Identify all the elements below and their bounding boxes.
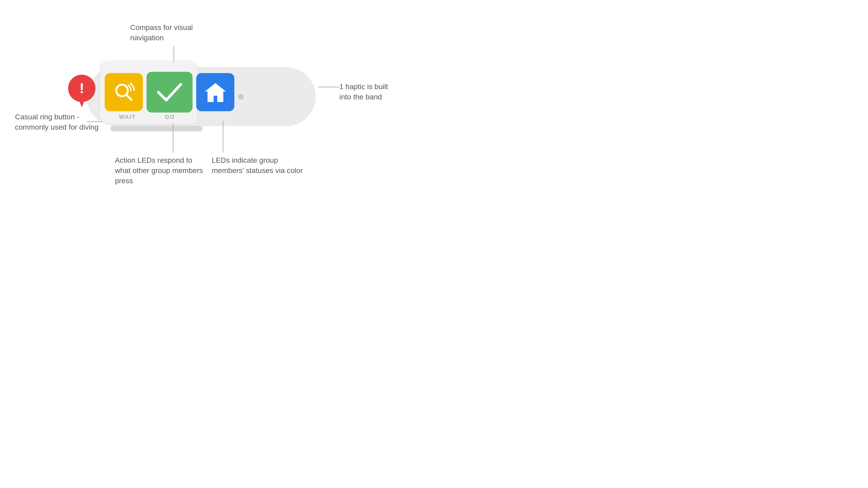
device-wrapper: ! <box>87 62 316 131</box>
casual-ring-annotation: Casual ring button -commonly used for di… <box>15 112 98 132</box>
leds-indicate-line <box>223 121 223 153</box>
home-button-icon <box>204 80 227 104</box>
home-button[interactable] <box>196 73 235 111</box>
leds-indicate-label-text: LEDs indicate groupmembers' statuses via… <box>212 156 303 174</box>
button-platform: ! <box>100 62 197 124</box>
svg-rect-6 <box>214 96 217 102</box>
action-leds-label-text: Action LEDs respond towhat other group m… <box>115 156 203 185</box>
check-button-icon <box>157 82 182 102</box>
go-button[interactable] <box>105 73 143 111</box>
led-dot-4 <box>238 94 244 100</box>
svg-line-4 <box>126 95 131 100</box>
casual-ring-label-text: Casual ring button -commonly used for di… <box>15 113 98 131</box>
leds-indicate-annotation: LEDs indicate groupmembers' statuses via… <box>212 155 303 176</box>
haptic-annotation: 1 haptic is builtinto the band <box>339 82 388 102</box>
ring-button[interactable] <box>111 126 203 131</box>
compass-label-text: Compass for visualnavigation <box>130 23 193 42</box>
go-button-icon <box>112 80 136 104</box>
go-label: GO <box>150 113 190 121</box>
haptic-line <box>318 87 339 87</box>
wait-button[interactable]: ! <box>63 73 101 111</box>
button-labels: WAIT GO <box>100 113 197 121</box>
compass-annotation: Compass for visualnavigation <box>130 22 193 43</box>
buttons-area: ! <box>63 67 235 112</box>
wait-button-icon: ! <box>63 73 101 111</box>
action-leds-annotation: Action LEDs respond towhat other group m… <box>115 155 203 186</box>
svg-text:!: ! <box>80 80 84 96</box>
action-leds-line <box>173 121 173 153</box>
haptic-label-text: 1 haptic is builtinto the band <box>339 83 388 101</box>
page-container: Compass for visualnavigation ! <box>0 0 868 488</box>
wait-label: WAIT <box>107 113 147 121</box>
check-button[interactable] <box>147 72 192 112</box>
